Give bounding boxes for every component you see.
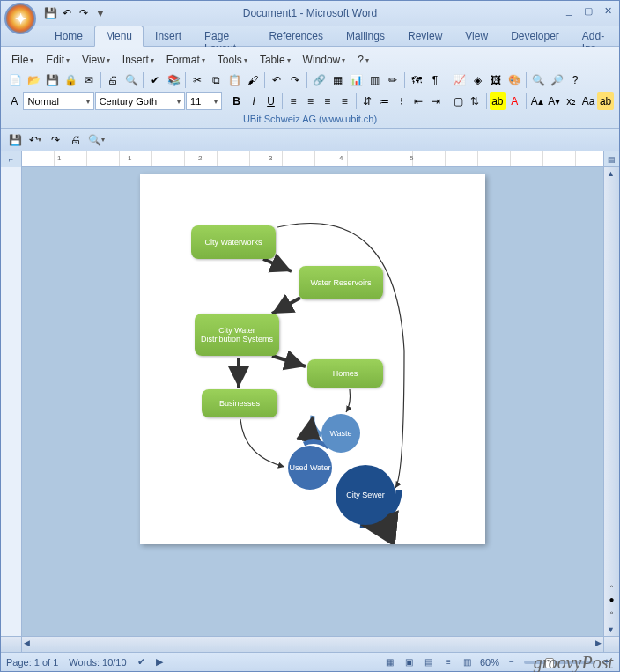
permission-icon[interactable]: 🔒 — [62, 71, 79, 89]
macro-icon[interactable]: ▶ — [156, 656, 163, 668]
excel-icon[interactable]: 📊 — [347, 71, 365, 89]
proofing-icon[interactable]: ✔ — [137, 656, 145, 668]
hyperlink-icon[interactable]: 🔗 — [310, 71, 328, 89]
maximize-button[interactable]: ▢ — [580, 4, 596, 17]
picture-icon[interactable]: 🖼 — [487, 71, 505, 89]
tab-view[interactable]: View — [454, 26, 499, 46]
menu-table[interactable]: Table▾ — [255, 52, 296, 68]
show-marks-icon[interactable]: ¶ — [426, 71, 444, 89]
open-icon[interactable]: 📂 — [25, 71, 42, 89]
mail-icon[interactable]: ✉ — [80, 71, 98, 89]
columns-icon[interactable]: ▥ — [365, 71, 383, 89]
find-icon[interactable]: 🔍 — [529, 71, 547, 89]
justify-icon[interactable]: ≡ — [336, 92, 352, 110]
office-button[interactable]: ✦ — [4, 3, 36, 34]
ruler-toggle-icon[interactable]: ▤ — [603, 151, 619, 166]
tab-review[interactable]: Review — [396, 26, 454, 46]
save-icon[interactable]: 💾 — [6, 131, 24, 149]
styles-icon[interactable]: A — [6, 92, 22, 110]
undo-icon[interactable]: ↶▾ — [26, 131, 44, 149]
flowchart-box-homes[interactable]: Homes — [307, 359, 383, 388]
flowchart-box-distribution[interactable]: City Water Distribution Systems — [195, 314, 279, 356]
redo-icon[interactable]: ↷ — [47, 131, 64, 149]
menu-tools[interactable]: Tools▾ — [212, 52, 253, 68]
decrease-indent-icon[interactable]: ⇤ — [410, 92, 426, 110]
underline-icon[interactable]: U — [262, 92, 278, 110]
table-icon[interactable]: ▦ — [328, 71, 346, 89]
menu-edit[interactable]: Edit▾ — [41, 52, 75, 68]
preview-icon[interactable]: 🔍 — [122, 71, 140, 89]
save-icon[interactable]: 💾 — [43, 6, 57, 20]
research-icon[interactable]: 📚 — [165, 71, 182, 89]
line-spacing-icon[interactable]: ⇵ — [359, 92, 375, 110]
redo-icon[interactable]: ↷ — [77, 6, 91, 20]
menu-insert[interactable]: Insert▾ — [117, 52, 159, 68]
grow-font-icon[interactable]: A▴ — [528, 92, 544, 110]
status-words[interactable]: Words: 10/10 — [69, 657, 126, 668]
menu-view[interactable]: View▾ — [77, 52, 115, 68]
cut-icon[interactable]: ✂ — [188, 71, 206, 89]
browse-next-icon[interactable]: ◦ — [605, 606, 619, 618]
status-page[interactable]: Page: 1 of 1 — [6, 657, 58, 668]
bullets-icon[interactable]: ⁝ — [393, 92, 409, 110]
highlight-icon[interactable]: ab — [490, 92, 506, 110]
shrink-font-icon[interactable]: A▾ — [546, 92, 562, 110]
quick-print-icon[interactable]: 🖨 — [67, 131, 85, 149]
zoom-icon[interactable]: 🔎 — [548, 71, 565, 89]
print-layout-view-icon[interactable]: ▦ — [383, 656, 397, 668]
tab-mailings[interactable]: Mailings — [335, 26, 396, 46]
borders-icon[interactable]: ▢ — [450, 92, 466, 110]
horizontal-ruler[interactable]: ⌐ 112345 ▤ — [1, 151, 619, 167]
draft-view-icon[interactable]: ▥ — [461, 656, 475, 668]
copy-icon[interactable]: ⧉ — [207, 71, 225, 89]
tab-references[interactable]: References — [258, 26, 335, 46]
numbering-icon[interactable]: ≔ — [376, 92, 392, 110]
chart-icon[interactable]: 📈 — [450, 71, 468, 89]
format-painter-icon[interactable]: 🖌 — [244, 71, 262, 89]
flowchart-gear-waste[interactable]: Waste — [321, 414, 360, 453]
qat-dropdown-icon[interactable]: ▼ — [93, 6, 107, 20]
browse-object-icon[interactable]: ● — [605, 593, 619, 605]
new-icon[interactable]: 📄 — [6, 71, 24, 89]
web-layout-view-icon[interactable]: ▤ — [422, 656, 436, 668]
font-color-icon[interactable]: A — [506, 92, 522, 110]
clipart-icon[interactable]: 🎨 — [506, 71, 523, 89]
italic-icon[interactable]: I — [246, 92, 262, 110]
outline-view-icon[interactable]: ≡ — [441, 656, 455, 668]
drawing-icon[interactable]: ✏ — [384, 71, 402, 89]
zoom-out-icon[interactable]: − — [505, 656, 519, 668]
menu-file[interactable]: File▾ — [6, 52, 39, 68]
help-icon[interactable]: ? — [566, 71, 584, 89]
tab-developer[interactable]: Developer — [499, 26, 571, 46]
tab-add-ins[interactable]: Add-Ins — [571, 26, 619, 46]
spellcheck-icon[interactable]: ✔ — [146, 71, 164, 89]
flowchart-box-water-reservoirs[interactable]: Water Reservoirs — [299, 266, 383, 299]
zoom-level[interactable]: 60% — [480, 657, 499, 668]
menu-window[interactable]: Window▾ — [298, 52, 351, 68]
vertical-scrollbar[interactable]: ◦ ● ◦ — [603, 167, 619, 636]
align-center-icon[interactable]: ≡ — [302, 92, 318, 110]
subscript-icon[interactable]: x₂ — [563, 92, 579, 110]
flowchart-gear-city-sewer[interactable]: City Sewer — [336, 465, 395, 525]
browse-prev-icon[interactable]: ◦ — [605, 580, 619, 592]
close-button[interactable]: ✕ — [600, 4, 616, 17]
flowchart-box-city-waterworks[interactable]: City Waterworks — [191, 225, 276, 259]
size-combo[interactable]: 11▾ — [186, 92, 222, 110]
full-screen-view-icon[interactable]: ▣ — [402, 656, 417, 668]
print-preview-icon[interactable]: 🔍▾ — [87, 131, 105, 149]
select-icon[interactable]: ab — [597, 92, 613, 110]
change-case-icon[interactable]: Aa — [580, 92, 596, 110]
horizontal-scrollbar[interactable]: ◀▶ — [1, 636, 619, 652]
flowchart-box-businesses[interactable]: Businesses — [202, 389, 277, 417]
tab-page-layout[interactable]: Page Layout — [193, 26, 258, 46]
flowchart-gear-used-water[interactable]: Used Water — [288, 446, 332, 490]
document-area[interactable]: City Waterworks Water Reservoirs City Wa… — [22, 167, 603, 636]
style-combo[interactable]: Normal▾ — [23, 92, 93, 110]
paste-icon[interactable]: 📋 — [225, 71, 243, 89]
smartart-icon[interactable]: ◈ — [469, 71, 486, 89]
menu-format[interactable]: Format▾ — [161, 52, 210, 68]
tab-home[interactable]: Home — [43, 26, 94, 46]
align-right-icon[interactable]: ≡ — [320, 92, 336, 110]
redo-icon[interactable]: ↷ — [286, 71, 304, 89]
bold-icon[interactable]: B — [228, 92, 244, 110]
